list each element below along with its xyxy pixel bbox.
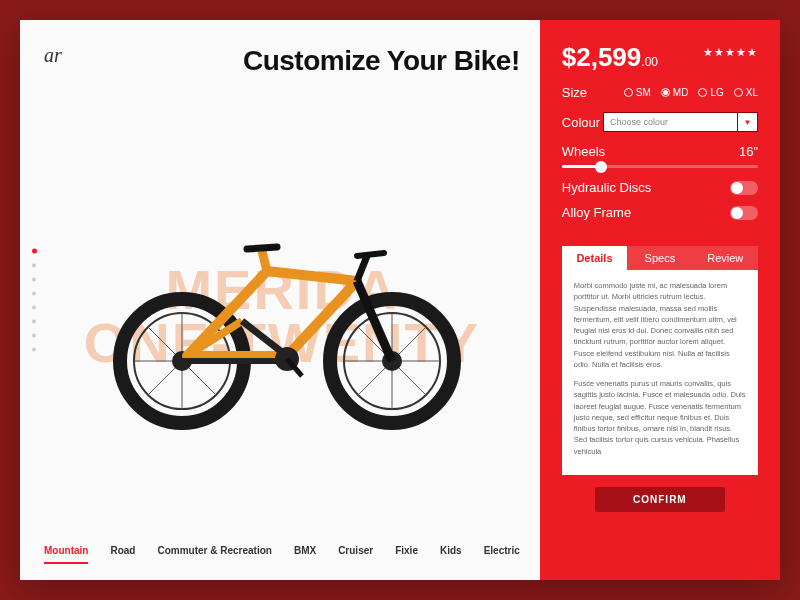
details-paragraph-1: Morbi commodo juste mi, ac malesuada lor… [574,280,746,370]
category-tab[interactable]: Kids [440,545,462,564]
colour-row: Colour Choose colour ▼ [562,112,758,132]
colour-label: Colour [562,115,600,130]
category-tab[interactable]: Commuter & Recreation [157,545,271,564]
product-customizer-card: ar Customize Your Bike! MERIDA ONE-TWENT… [20,20,780,580]
bike-image [92,201,472,431]
rating-stars: ★★★★★ [703,46,758,59]
size-radio-group: SMMDLGXL [624,87,758,98]
carousel-dots [32,249,37,352]
toggle-switch[interactable] [730,206,758,220]
price-main: $2,599 [562,42,642,72]
price-row: $2,599.00 ★★★★★ [562,42,758,73]
page-title: Customize Your Bike! [44,45,520,77]
category-tab[interactable]: Cruiser [338,545,373,564]
toggle-row: Hydraulic Discs [562,180,758,195]
carousel-dot[interactable] [32,249,37,254]
price-cents: .00 [641,55,658,69]
details-paragraph-2: Fusce venenatis purus ut mauris convalli… [574,378,746,457]
size-radio-xl[interactable]: XL [734,87,758,98]
info-tab-specs[interactable]: Specs [627,246,692,270]
chevron-down-icon: ▼ [737,113,757,131]
confirm-button[interactable]: CONFIRM [595,487,725,512]
wheels-row: Wheels 16" [562,144,758,168]
wheels-label: Wheels [562,144,605,159]
customizer-panel: $2,599.00 ★★★★★ Size SMMDLGXL Colour Cho… [540,20,780,580]
svg-line-29 [357,253,384,256]
carousel-dot[interactable] [32,320,36,324]
toggle-switch[interactable] [730,181,758,195]
colour-select-placeholder: Choose colour [604,117,737,127]
size-radio-lg[interactable]: LG [698,87,723,98]
size-row: Size SMMDLGXL [562,85,758,100]
carousel-dot[interactable] [32,278,36,282]
details-content: Morbi commodo juste mi, ac malesuada lor… [562,270,758,475]
size-radio-sm[interactable]: SM [624,87,651,98]
svg-line-23 [247,247,277,249]
wheels-slider[interactable] [562,165,758,168]
carousel-dot[interactable] [32,306,36,310]
carousel-dot[interactable] [32,264,36,268]
slider-thumb[interactable] [595,161,607,173]
toggle-row: Alloy Frame [562,205,758,220]
svg-line-22 [262,251,267,271]
svg-line-28 [357,256,367,281]
carousel-dot[interactable] [32,348,36,352]
category-tab[interactable]: Mountain [44,545,88,564]
size-label: Size [562,85,587,100]
info-tab-review[interactable]: Review [693,246,758,270]
product-stage: MERIDA ONE-TWENTY [44,97,520,535]
toggle-label: Alloy Frame [562,205,631,220]
wheels-value: 16" [739,144,758,159]
toggle-label: Hydraulic Discs [562,180,652,195]
category-tab[interactable]: Fixie [395,545,418,564]
left-panel: ar Customize Your Bike! MERIDA ONE-TWENT… [20,20,540,580]
colour-select[interactable]: Choose colour ▼ [603,112,758,132]
carousel-dot[interactable] [32,334,36,338]
info-tabs: DetailsSpecsReview [562,246,758,270]
category-tab[interactable]: Electric [484,545,520,564]
category-tab[interactable]: Road [110,545,135,564]
price: $2,599.00 [562,42,658,73]
carousel-dot[interactable] [32,292,36,296]
category-tabs: MountainRoadCommuter & RecreationBMXCrui… [44,535,520,564]
size-radio-md[interactable]: MD [661,87,689,98]
info-tab-details[interactable]: Details [562,246,627,270]
category-tab[interactable]: BMX [294,545,316,564]
